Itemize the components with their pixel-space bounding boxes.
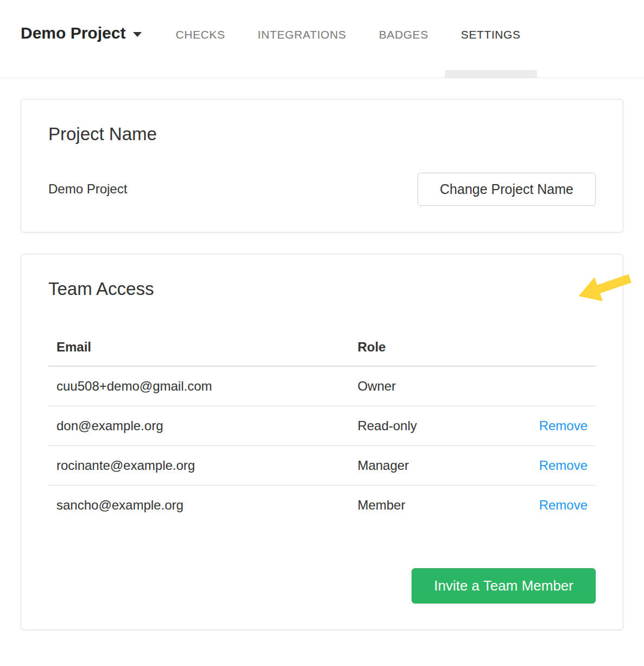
action-column-header — [486, 329, 596, 366]
remove-member-link[interactable]: Remove — [539, 458, 588, 473]
member-email: sancho@example.org — [48, 485, 349, 525]
invite-team-member-button[interactable]: Invite a Team Member — [412, 568, 596, 604]
member-role: Read-only — [349, 406, 486, 445]
team-members-table: Email Role cuu508+demo@gmail.com Owner d… — [48, 329, 596, 525]
member-role: Owner — [349, 366, 486, 406]
tab-integrations[interactable]: INTEGRATIONS — [242, 0, 363, 78]
settings-page: Demo Project CHECKS INTEGRATIONS BADGES … — [0, 0, 644, 666]
top-navbar: Demo Project CHECKS INTEGRATIONS BADGES … — [0, 0, 644, 78]
caret-down-icon — [133, 32, 142, 37]
member-email: don@example.org — [48, 406, 349, 445]
tab-checks[interactable]: CHECKS — [159, 0, 241, 78]
table-row: sancho@example.org Member Remove — [48, 485, 596, 525]
team-access-title: Team Access — [48, 279, 596, 299]
role-column-header: Role — [349, 329, 486, 366]
settings-content: Project Name Demo Project Change Project… — [0, 99, 644, 630]
team-access-card: Team Access Email Role cuu508+demo@gmail… — [21, 254, 623, 630]
project-name-row: Demo Project Change Project Name — [48, 173, 596, 206]
tab-badges[interactable]: BADGES — [363, 0, 445, 78]
tab-settings[interactable]: SETTINGS — [445, 0, 537, 78]
project-dropdown[interactable]: Demo Project — [21, 0, 142, 42]
member-email: cuu508+demo@gmail.com — [48, 366, 349, 406]
project-name-title: Project Name — [48, 124, 596, 144]
nav-tabs: CHECKS INTEGRATIONS BADGES SETTINGS — [159, 0, 536, 78]
current-project-name: Demo Project — [48, 181, 127, 197]
member-role: Manager — [349, 445, 486, 485]
table-header-row: Email Role — [48, 329, 596, 366]
remove-member-link[interactable]: Remove — [539, 418, 588, 433]
project-dropdown-label: Demo Project — [21, 24, 125, 42]
remove-member-link[interactable]: Remove — [539, 498, 588, 512]
invite-button-row: Invite a Team Member — [48, 568, 596, 604]
table-row: cuu508+demo@gmail.com Owner — [48, 366, 596, 406]
table-row: don@example.org Read-only Remove — [48, 406, 596, 445]
member-email: rocinante@example.org — [48, 445, 349, 485]
email-column-header: Email — [48, 329, 349, 366]
change-project-name-button[interactable]: Change Project Name — [418, 173, 596, 206]
project-name-card: Project Name Demo Project Change Project… — [21, 99, 623, 233]
table-row: rocinante@example.org Manager Remove — [48, 445, 596, 485]
member-role: Member — [349, 485, 486, 525]
